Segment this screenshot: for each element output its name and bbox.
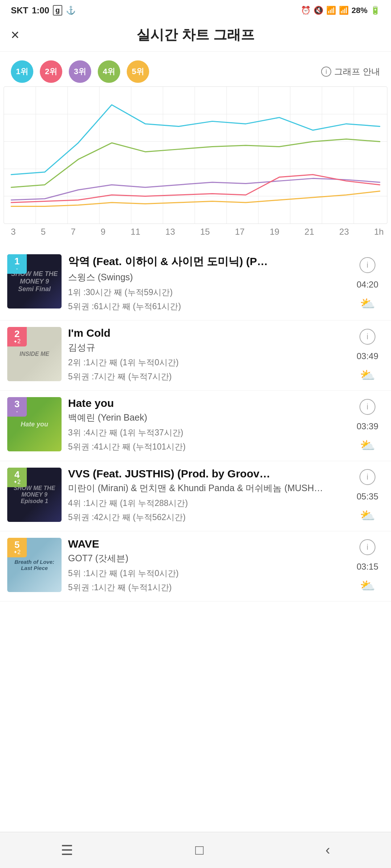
- song-meta-5: i 03:15 ⛅: [351, 538, 384, 595]
- info-button-4[interactable]: i: [360, 469, 375, 485]
- rank-badge-5[interactable]: 5위: [127, 60, 149, 83]
- rank-badge-item-5: 5 ✦2: [7, 538, 27, 557]
- weather-icon-2: ⛅: [360, 368, 375, 382]
- status-left: SKT 1:00 g ⚓: [11, 5, 76, 16]
- song-duration-2: 03:49: [357, 351, 378, 361]
- song-title-4: VVS (Feat. JUSTHIS) (Prod. by Groovy…: [68, 468, 271, 480]
- song-title-2: I'm Cold: [68, 327, 271, 339]
- back-button[interactable]: ‹: [325, 842, 330, 858]
- song-meta-4: i 05:35 ⛅: [351, 468, 384, 524]
- mute-icon: 🔇: [314, 6, 323, 15]
- rank-badge-item-2: 2 ✦2: [7, 327, 27, 346]
- song-artist-2: 김성규: [68, 341, 345, 353]
- signal-icon: 📶: [339, 6, 349, 15]
- song-thumbnail-4: SHOW ME THE MONEY 9Episode 1 4 ✦2: [7, 468, 62, 522]
- battery: 28%: [352, 6, 367, 15]
- time: 1:00: [32, 5, 49, 16]
- home-button[interactable]: □: [195, 842, 203, 858]
- status-right: ⏰ 🔇 📶 📶 28% 🔋: [301, 6, 380, 15]
- song-meta-1: i 04:20 ⛅: [351, 254, 384, 314]
- song-stats-2: 2위 :1시간 째 (1위 누적0시간) 5위권 :7시간 째 (누적7시간): [68, 356, 345, 384]
- rank-badge-1[interactable]: 1위: [11, 60, 33, 83]
- info-icon: i: [321, 67, 331, 77]
- alarm-icon: ⏰: [301, 6, 311, 15]
- song-thumbnail-5: Breath of Love:Last Piece 5 ✦2: [7, 538, 62, 592]
- info-button-2[interactable]: i: [360, 329, 375, 345]
- song-title-3: Hate you: [68, 397, 271, 409]
- menu-button[interactable]: ☰: [61, 842, 73, 858]
- song-info-4: VVS (Feat. JUSTHIS) (Prod. by Groovy… 미란…: [68, 468, 345, 524]
- info-button-5[interactable]: i: [360, 539, 375, 555]
- graph-info-button[interactable]: i 그래프 안내: [321, 66, 380, 77]
- battery-icon: 🔋: [370, 6, 380, 15]
- song-stats-1: 1위 :30시간 째 (누적59시간) 5위권 :61시간 째 (누적61시간): [68, 285, 345, 314]
- song-thumbnail-1: SHOW ME THE MONEY 9Semi Final 1 -: [7, 254, 62, 309]
- rank-badge-2[interactable]: 2위: [40, 60, 62, 83]
- weather-icon-5: ⛅: [360, 578, 375, 593]
- song-artist-1: 스윙스 (Swings): [68, 271, 345, 283]
- song-title-1: 악역 (Feat. 이하이 & 사이먼 도미닉) (Prod…: [68, 254, 271, 269]
- list-item[interactable]: SHOW ME THE MONEY 9Semi Final 1 - 악역 (Fe…: [0, 248, 391, 320]
- song-artist-4: 미란이 (Mirani) & 먼치맨 & Khundi Panda & 머쉬베놈…: [68, 482, 345, 494]
- chart-area: [4, 86, 387, 224]
- info-button-1[interactable]: i: [360, 257, 375, 273]
- g-icon: g: [53, 5, 62, 16]
- status-bar: SKT 1:00 g ⚓ ⏰ 🔇 📶 📶 28% 🔋: [0, 0, 391, 18]
- song-meta-3: i 03:39 ⛅: [351, 397, 384, 454]
- song-list: SHOW ME THE MONEY 9Semi Final 1 - 악역 (Fe…: [0, 248, 391, 601]
- carrier: SKT: [11, 5, 28, 16]
- song-duration-5: 03:15: [357, 562, 378, 572]
- rank-badge-3[interactable]: 3위: [69, 60, 91, 83]
- song-stats-4: 4위 :1시간 째 (1위 누적288시간) 5위권 :42시간 째 (누적56…: [68, 496, 345, 524]
- bottom-nav: ☰ □ ‹: [0, 832, 391, 868]
- info-button-3[interactable]: i: [360, 399, 375, 415]
- rank-badge-item-1: 1 -: [7, 254, 27, 274]
- weather-icon-1: ⛅: [360, 296, 375, 311]
- song-duration-1: 04:20: [357, 280, 378, 290]
- song-info-2: I'm Cold 김성규 2위 :1시간 째 (1위 누적0시간) 5위권 :7…: [68, 327, 345, 384]
- song-title-5: WAVE: [68, 538, 271, 550]
- anchor-icon: ⚓: [66, 6, 76, 15]
- list-item[interactable]: Hate you 3 - Hate you 백예린 (Yerin Baek) 3…: [0, 391, 391, 461]
- wifi-icon: 📶: [326, 6, 336, 15]
- close-button[interactable]: ×: [11, 27, 19, 43]
- page-header: × 실시간 차트 그래프: [0, 18, 391, 52]
- page-title: 실시간 차트 그래프: [136, 26, 254, 44]
- song-meta-2: i 03:49 ⛅: [351, 327, 384, 384]
- weather-icon-3: ⛅: [360, 438, 375, 452]
- graph-info-label: 그래프 안내: [334, 66, 380, 77]
- song-artist-3: 백예린 (Yerin Baek): [68, 412, 345, 424]
- rank-legend: 1위 2위 3위 4위 5위 i 그래프 안내: [0, 52, 391, 86]
- list-item[interactable]: INSIDE ME 2 ✦2 I'm Cold 김성규 2위 :1시간 째 (1…: [0, 320, 391, 391]
- song-duration-4: 05:35: [357, 492, 378, 502]
- song-stats-5: 5위 :1시간 째 (1위 누적0시간) 5위권 :1시간 째 (누적1시간): [68, 566, 345, 595]
- chart-x-labels: 3 5 7 9 11 13 15 17 19 21 23 1h: [0, 224, 391, 244]
- song-thumbnail-3: Hate you 3 -: [7, 397, 62, 451]
- song-artist-5: GOT7 (갓세븐): [68, 552, 345, 564]
- song-info-5: WAVE GOT7 (갓세븐) 5위 :1시간 째 (1위 누적0시간) 5위권…: [68, 538, 345, 595]
- song-duration-3: 03:39: [357, 421, 378, 431]
- song-info-3: Hate you 백예린 (Yerin Baek) 3위 :4시간 째 (1위 …: [68, 397, 345, 454]
- list-item[interactable]: SHOW ME THE MONEY 9Episode 1 4 ✦2 VVS (F…: [0, 461, 391, 531]
- rank-badge-item-4: 4 ✦2: [7, 468, 27, 487]
- weather-icon-4: ⛅: [360, 508, 375, 523]
- song-stats-3: 3위 :4시간 째 (1위 누적37시간) 5위권 :41시간 째 (누적101…: [68, 426, 345, 454]
- rank-badge-4[interactable]: 4위: [98, 60, 120, 83]
- list-item[interactable]: Breath of Love:Last Piece 5 ✦2 WAVE GOT7…: [0, 531, 391, 601]
- song-info-1: 악역 (Feat. 이하이 & 사이먼 도미닉) (Prod… 스윙스 (Swi…: [68, 254, 345, 314]
- song-thumbnail-2: INSIDE ME 2 ✦2: [7, 327, 62, 381]
- rank-badge-item-3: 3 -: [7, 397, 27, 417]
